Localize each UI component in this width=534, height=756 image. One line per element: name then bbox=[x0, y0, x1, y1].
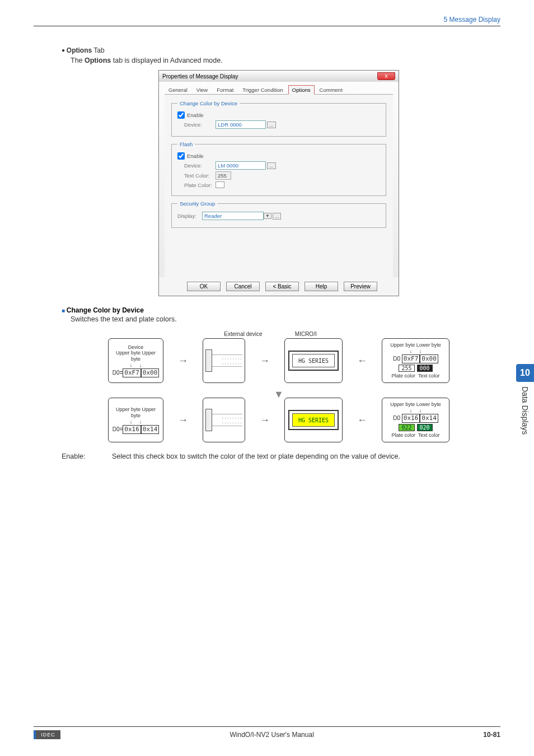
def-text: Select this check box to switch the colo… bbox=[112, 452, 400, 460]
tab-format[interactable]: Format bbox=[213, 85, 237, 94]
enable-definition: Enable: Select this check box to switch … bbox=[62, 452, 496, 460]
subhead-bold: Change Color by Device bbox=[67, 306, 144, 314]
ccbd-legend: Change Color by Device bbox=[177, 100, 240, 106]
change-color-desc: Switches the text and plate colors. bbox=[71, 315, 496, 323]
title-tail: Tab bbox=[92, 46, 104, 54]
r1-text: Text color bbox=[418, 373, 440, 379]
flash-textcolor-field[interactable]: 255 bbox=[216, 171, 231, 180]
r1-sw2: 000 bbox=[417, 365, 433, 372]
color-diagram: External device MICRO/I Device Upper byt… bbox=[108, 331, 449, 442]
intro-post: tab is displayed in Advanced mode. bbox=[111, 57, 222, 64]
sec-display-browse-button[interactable]: ... bbox=[273, 213, 282, 220]
r2-sw1: 022 bbox=[399, 424, 414, 431]
flash-enable-label: Enable bbox=[187, 153, 204, 159]
micro-box-1: HG SERIES bbox=[284, 338, 343, 383]
section-title: Options Tab bbox=[62, 46, 496, 54]
diagram-row-2: Upper byte Upper byte ↓ ↓ D0=0x160x14 → … bbox=[108, 398, 449, 442]
tab-trigger[interactable]: Trigger Condition bbox=[238, 85, 287, 94]
big-down-arrow: ▼ bbox=[108, 391, 449, 398]
preview-button[interactable]: Preview bbox=[344, 282, 377, 291]
footer-manual-title: WindO/I-NV2 User's Manual bbox=[229, 731, 313, 739]
r1-ub1: Upper byte bbox=[116, 350, 140, 356]
tab-comment[interactable]: Comment bbox=[316, 85, 346, 94]
flash-enable-checkbox[interactable] bbox=[177, 152, 185, 160]
ccbd-enable-label: Enable bbox=[187, 112, 204, 118]
device-box-1: Device Upper byte Upper byte ↓ ↓ D0=0xF7… bbox=[108, 338, 163, 383]
footer-page-number: 10-81 bbox=[483, 731, 500, 739]
title-bold: Options bbox=[67, 46, 92, 54]
arrow-icon: → bbox=[178, 355, 188, 367]
close-icon[interactable]: x bbox=[377, 72, 395, 80]
extdev-box-2: :::::::::::::::: bbox=[203, 398, 245, 442]
r2-rd0: D0 bbox=[393, 415, 400, 421]
basic-button[interactable]: < Basic bbox=[265, 282, 299, 291]
ok-button[interactable]: OK bbox=[187, 282, 221, 291]
ccbd-device-browse-button[interactable]: ... bbox=[267, 122, 276, 128]
r2-d0: D0= bbox=[113, 426, 123, 432]
group-security: Security Group Display: Reader ▼ ... bbox=[171, 200, 386, 228]
help-button[interactable]: Help bbox=[305, 282, 338, 291]
tab-strip: General View Format Trigger Condition Op… bbox=[165, 85, 393, 95]
flash-textcolor-label: Text Color: bbox=[184, 172, 216, 179]
diagram-micro-label: MICRO/I bbox=[295, 331, 317, 337]
arrow-icon: → bbox=[260, 414, 270, 426]
cancel-button[interactable]: Cancel bbox=[226, 282, 260, 291]
change-color-subhead: Change Color by Device bbox=[62, 306, 496, 314]
flash-device-label: Device: bbox=[184, 162, 216, 169]
sec-display-label: Display: bbox=[177, 213, 202, 219]
dialog-title: Properties of Message Display bbox=[162, 73, 238, 80]
flash-legend: Flash bbox=[177, 141, 195, 147]
r2-plate: Plate color bbox=[392, 432, 416, 438]
r1-rb2: 0x00 bbox=[420, 354, 438, 363]
r2-rb1: 0x16 bbox=[402, 414, 420, 423]
flash-platecolor-label: Plate Color: bbox=[184, 182, 216, 188]
port-icon bbox=[205, 349, 212, 372]
chevron-down-icon[interactable]: ▼ bbox=[264, 213, 271, 219]
r1-sw1: 255 bbox=[399, 365, 414, 372]
page-footer: IDEC WindO/I-NV2 User's Manual 10-81 bbox=[34, 726, 500, 739]
intro-text: The Options tab is displayed in Advanced… bbox=[71, 57, 496, 64]
arrow-icon: → bbox=[178, 414, 188, 426]
micro-box-2: HG SERIES bbox=[284, 398, 343, 442]
r2-rb2: 0x14 bbox=[420, 414, 438, 423]
sec-legend: Security Group bbox=[177, 200, 217, 207]
device-label-1: Device bbox=[112, 344, 160, 350]
diagram-extdev-label: External device bbox=[224, 331, 262, 337]
r2-b1: 0x16 bbox=[123, 425, 141, 434]
brand-logo: IDEC bbox=[34, 730, 60, 739]
r2-ub1: Upper byte bbox=[116, 407, 140, 412]
dialog-titlebar: Properties of Message Display x bbox=[159, 71, 399, 82]
port-icon bbox=[205, 409, 212, 431]
r1-screen: HG SERIES bbox=[292, 354, 335, 367]
flash-device-field[interactable]: LM 0000 bbox=[216, 161, 266, 170]
page-header: 5 Message Display bbox=[34, 16, 500, 26]
group-flash: Flash Enable Device: LM 0000 ... Text Co… bbox=[171, 141, 386, 196]
r1-plate: Plate color bbox=[392, 373, 416, 379]
tab-options[interactable]: Options bbox=[288, 85, 315, 95]
r1-rd0: D0 bbox=[393, 356, 400, 362]
ccbd-enable-checkbox[interactable] bbox=[177, 111, 185, 119]
device-box-2: Upper byte Upper byte ↓ ↓ D0=0x160x14 bbox=[108, 398, 163, 442]
r2-rlb: Lower byte bbox=[416, 402, 441, 407]
flash-platecolor-swatch[interactable] bbox=[216, 181, 224, 188]
r1-rlb: Lower byte bbox=[416, 342, 441, 348]
value-box-2: Upper byte Lower byte ↓ ↓ D0 0x160x14 02… bbox=[382, 398, 449, 442]
ccbd-device-label: Device: bbox=[184, 122, 216, 128]
arrow-icon: ← bbox=[357, 414, 367, 426]
arrow-icon: ← bbox=[357, 355, 367, 367]
r1-b2: 0x00 bbox=[141, 368, 160, 377]
def-term: Enable: bbox=[62, 452, 90, 460]
sec-display-select[interactable]: Reader bbox=[202, 212, 264, 220]
intro-bold: Options bbox=[85, 57, 111, 64]
flash-device-browse-button[interactable]: ... bbox=[267, 162, 276, 169]
group-change-color-by-device: Change Color by Device Enable Device: LD… bbox=[171, 100, 386, 137]
r1-d0: D0= bbox=[113, 370, 123, 376]
tab-view[interactable]: View bbox=[193, 85, 212, 94]
ccbd-device-field[interactable]: LDR 0000 bbox=[216, 120, 266, 129]
r2-b2: 0x14 bbox=[141, 425, 160, 434]
r2-rub: Upper byte bbox=[390, 402, 415, 407]
extdev-box-1: :::::::::::::::: bbox=[203, 338, 245, 383]
r2-screen: HG SERIES bbox=[292, 413, 335, 427]
intro-pre: The bbox=[71, 57, 85, 64]
tab-general[interactable]: General bbox=[165, 85, 191, 94]
